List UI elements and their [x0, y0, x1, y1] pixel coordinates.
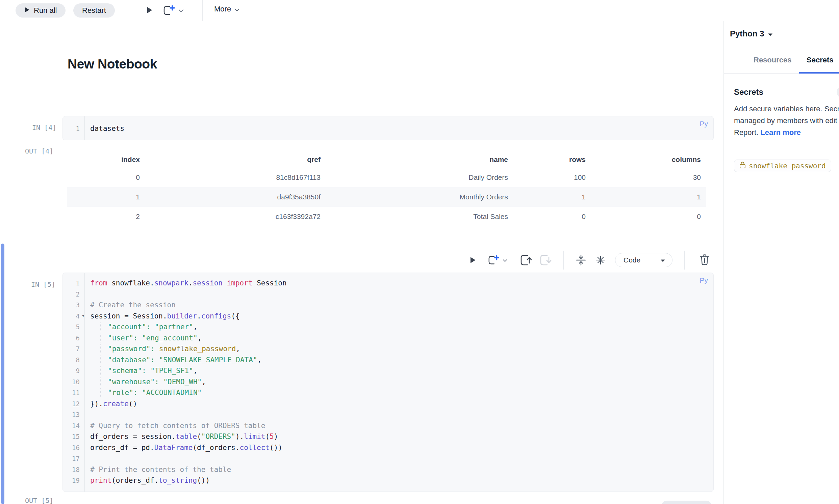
- fold-caret-icon[interactable]: ▾: [82, 311, 84, 322]
- line-number: 1: [63, 123, 84, 134]
- indent-guide: [100, 388, 101, 397]
- restart-button[interactable]: Restart: [73, 3, 115, 18]
- collapse-icon: [575, 254, 587, 267]
- right-sidebar: Python 3 Resources Secrets Secrets Add s…: [723, 21, 839, 504]
- sidebar-tabs: Resources Secrets: [724, 47, 839, 74]
- table-cell: 1: [513, 187, 591, 207]
- line-number: 16: [63, 442, 84, 453]
- notebook-app: Run all Restart More: [0, 0, 839, 504]
- code-editor[interactable]: from snowflake.snowpark.session import S…: [85, 273, 713, 491]
- secrets-description: Add secure variables here. Secrets: [734, 105, 839, 113]
- table-cell: 0: [513, 207, 591, 227]
- indent-guide: [100, 334, 101, 342]
- cell2-in-label: IN [5]: [31, 280, 55, 288]
- code-line[interactable]: "role": "ACCOUNTADMIN": [85, 387, 713, 398]
- code-line[interactable]: "database": "SNOWFLAKE_SAMPLE_DATA",: [85, 355, 713, 366]
- code-line[interactable]: # Print the contents of the table: [85, 464, 713, 475]
- chevron-down-icon: [235, 5, 239, 14]
- run-all-button[interactable]: Run all: [16, 3, 66, 18]
- more-button[interactable]: More: [214, 5, 239, 14]
- scroll-pill[interactable]: [661, 501, 712, 504]
- line-number: 2: [63, 289, 84, 300]
- collapse-cell-button[interactable]: [575, 254, 587, 267]
- line-number: 5: [63, 322, 84, 332]
- code-cell-2[interactable]: 1234▾5678910111213141516171819 from snow…: [63, 273, 714, 492]
- secret-chip-snowflake-password[interactable]: snowflake_password: [734, 160, 831, 172]
- table-cell: c163f3392a72: [145, 207, 326, 227]
- move-block-down-button[interactable]: [540, 254, 552, 267]
- cell1-out-label: OUT [4]: [25, 147, 53, 155]
- table-cell: Total Sales: [326, 207, 513, 227]
- secrets-heading: Secrets: [734, 87, 763, 97]
- line-number: 9: [63, 365, 84, 377]
- indent-guide: [100, 356, 101, 364]
- code-editor[interactable]: datasets: [85, 116, 713, 140]
- line-number: 3: [63, 300, 84, 311]
- notebook-title[interactable]: New Notebook: [68, 57, 157, 72]
- code-line[interactable]: datasets: [85, 123, 713, 134]
- line-number: 4▾: [63, 311, 84, 322]
- format-code-icon-button[interactable]: [595, 255, 606, 266]
- asterisk-icon: [595, 255, 606, 266]
- indent-guide: [100, 323, 101, 331]
- line-number: 14: [63, 420, 84, 431]
- tab-secrets[interactable]: Secrets: [807, 47, 834, 74]
- cell-type-value: Code: [623, 256, 640, 264]
- secrets-action-button[interactable]: [837, 86, 839, 98]
- play-icon: [24, 6, 30, 15]
- code-line[interactable]: "account": "partner",: [85, 322, 713, 332]
- add-block-below-button[interactable]: [488, 254, 507, 267]
- run-cell-button[interactable]: [469, 256, 476, 265]
- line-number: 7: [63, 343, 84, 355]
- code-line[interactable]: # Query to fetch contents of ORDERS tabl…: [85, 420, 713, 431]
- code-line[interactable]: "schema": "TPCH_SF1",: [85, 365, 713, 377]
- table-row: 081c8d167f113Daily Orders10030: [67, 168, 706, 187]
- code-cell-1[interactable]: 1 datasets Py: [63, 116, 714, 140]
- toolbar-divider: [563, 251, 564, 270]
- code-line[interactable]: "user": "eng_account",: [85, 332, 713, 344]
- table-column-header: columns: [591, 154, 706, 168]
- table-row: 1da9f35a3850fMonthly Orders11: [67, 187, 706, 207]
- table-cell: da9f35a3850f: [145, 187, 326, 207]
- code-line[interactable]: from snowflake.snowpark.session import S…: [85, 277, 713, 289]
- code-line[interactable]: "password": snowflake_password,: [85, 343, 713, 355]
- code-line[interactable]: "warehouse": "DEMO_WH",: [85, 377, 713, 388]
- code-line[interactable]: [85, 289, 713, 300]
- cell-type-select[interactable]: Code: [615, 253, 672, 267]
- table-header-row: indexqrefnamerowscolumns: [67, 154, 706, 168]
- learn-more-link[interactable]: Learn more: [760, 128, 801, 137]
- line-number: 8: [63, 355, 84, 366]
- code-line[interactable]: [85, 409, 713, 420]
- table-cell: Daily Orders: [326, 168, 513, 187]
- secret-name: snowflake_password: [749, 162, 826, 170]
- table-cell: 0: [67, 168, 145, 187]
- line-number: 12: [63, 398, 84, 410]
- play-icon: [469, 256, 476, 265]
- table-cell: 30: [591, 168, 706, 187]
- play-icon: [146, 6, 153, 15]
- code-line[interactable]: print(orders_df.to_string()): [85, 475, 713, 486]
- code-line[interactable]: # Create the session: [85, 300, 713, 311]
- run-all-label: Run all: [34, 6, 57, 15]
- dataframe-output-table: indexqrefnamerowscolumns 081c8d167f113Da…: [67, 154, 706, 227]
- table-cell: 1: [591, 187, 706, 207]
- code-line[interactable]: df_orders = session.table("ORDERS").limi…: [85, 431, 713, 442]
- delete-cell-button[interactable]: [700, 254, 709, 267]
- add-block-icon: [488, 254, 500, 267]
- kernel-selector[interactable]: Python 3: [724, 21, 839, 46]
- move-block-up-button[interactable]: [520, 254, 533, 267]
- code-line[interactable]: orders_df = pd.DataFrame(df_orders.colle…: [85, 442, 713, 453]
- run-notebook-button[interactable]: [146, 6, 153, 15]
- code-line[interactable]: }).create(): [85, 398, 713, 410]
- table-column-header: index: [67, 154, 145, 168]
- chevron-down-icon: [178, 8, 184, 14]
- code-line[interactable]: [85, 453, 713, 464]
- table-cell: 2: [67, 207, 145, 227]
- line-number-gutter: 1: [63, 116, 85, 140]
- code-line[interactable]: session = Session.builder.configs({: [85, 311, 713, 322]
- tab-resources[interactable]: Resources: [754, 47, 792, 74]
- line-number: 15: [63, 431, 84, 442]
- indent-guide: [100, 378, 101, 386]
- python-language-badge: Py: [700, 276, 708, 284]
- add-block-button[interactable]: [163, 4, 184, 18]
